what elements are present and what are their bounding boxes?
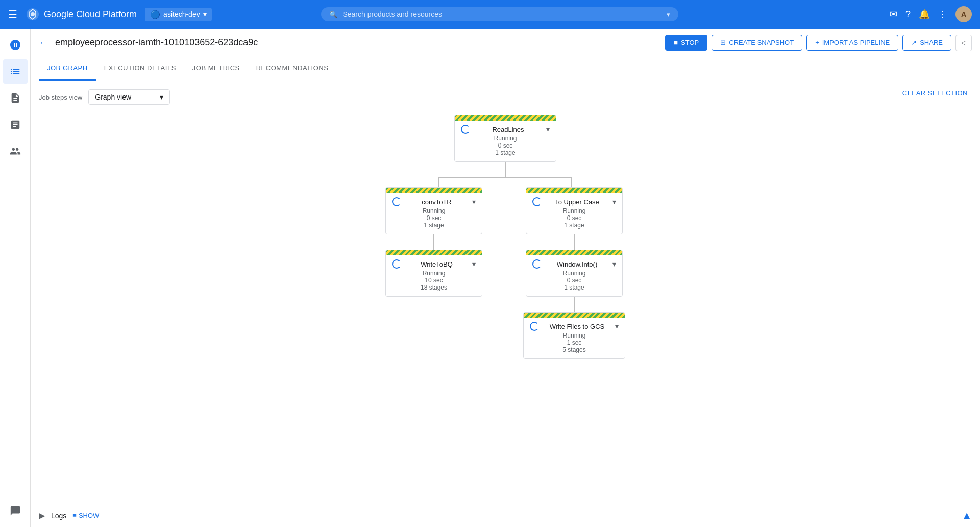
- tab-job-metrics[interactable]: JOB METRICS: [184, 57, 248, 81]
- snapshot-button[interactable]: ⊞ CREATE SNAPSHOT: [712, 35, 802, 51]
- stop-icon: ■: [674, 39, 678, 46]
- help-icon[interactable]: ?: [905, 9, 911, 20]
- logs-show-button[interactable]: ≡ SHOW: [72, 512, 99, 519]
- node-writetobq-spinner-icon: [392, 259, 401, 269]
- search-expand-icon[interactable]: ▾: [667, 11, 670, 18]
- project-selector[interactable]: 🔵 asitech-dev ▾: [145, 8, 212, 21]
- node-touppercase-spinner-icon: [532, 197, 542, 206]
- node-windowinto-status: Running: [532, 270, 616, 277]
- logs-expand-icon[interactable]: ▶: [39, 511, 45, 520]
- node-windowinto-spinner-icon: [532, 259, 542, 269]
- email-icon[interactable]: ✉: [890, 9, 897, 20]
- view-option-text: Graph view: [95, 93, 131, 101]
- snapshot-icon: ⊞: [720, 39, 726, 46]
- node-readlines-spinner-icon: [461, 125, 470, 134]
- node-convtotr-chevron-icon[interactable]: ▾: [472, 198, 476, 206]
- view-select-dropdown[interactable]: Graph view ▾: [88, 89, 170, 105]
- tab-job-graph[interactable]: JOB GRAPH: [39, 57, 96, 81]
- node-convtotr-stages: 1 stage: [392, 222, 476, 229]
- main-layout: ← employeeprocessor-iamth-1010103652-623…: [0, 29, 980, 527]
- logs-menu-icon: ≡: [72, 512, 77, 519]
- rail-icon-back[interactable]: [3, 33, 28, 57]
- node-readlines: ReadLines ▾ Running 0 sec 1 stage: [454, 115, 556, 162]
- node-writetobq-time: 10 sec: [392, 277, 476, 284]
- top-navigation: ☰ Google Cloud Platform 🔵 asitech-dev ▾ …: [0, 0, 980, 29]
- import-icon: +: [815, 39, 819, 46]
- node-windowinto-stages: 1 stage: [532, 284, 616, 291]
- node-writetobq-chevron-icon[interactable]: ▾: [472, 260, 476, 268]
- node-windowinto-time: 0 sec: [532, 277, 616, 284]
- action-buttons: ■ STOP ⊞ CREATE SNAPSHOT + IMPORT AS PIP…: [665, 35, 972, 51]
- node-writetobq-stages: 18 stages: [392, 284, 476, 291]
- logs-label: Logs: [51, 512, 66, 520]
- node-convtotr-header: [386, 188, 482, 193]
- tab-recommendations[interactable]: RECOMMENDATIONS: [248, 57, 337, 81]
- left-branch: convToTR ▾ Running 0 sec 1 stage: [385, 187, 482, 297]
- node-writetogcs-chevron-icon[interactable]: ▾: [615, 322, 619, 330]
- node-windowinto-chevron-icon[interactable]: ▾: [612, 260, 616, 268]
- node-writetogcs-time: 1 sec: [530, 339, 619, 346]
- view-controls: Job steps view Graph view ▾: [39, 89, 972, 105]
- node-writetogcs-spinner-icon: [530, 322, 539, 331]
- node-touppercase: To Upper Case ▾ Running 0 sec 1 stage: [526, 187, 623, 234]
- svg-point-1: [31, 12, 35, 16]
- split-connector: [378, 177, 633, 187]
- clear-selection-button[interactable]: CLEAR SELECTION: [902, 89, 968, 97]
- view-select-chevron-icon: ▾: [160, 93, 163, 101]
- node-readlines-name: ReadLines: [473, 126, 543, 133]
- node-readlines-chevron-icon[interactable]: ▾: [546, 125, 550, 133]
- connector-convtotr-writetobq: [433, 234, 434, 250]
- node-convtotr-name: convToTR: [404, 198, 469, 206]
- node-convtotr-status: Running: [392, 207, 476, 214]
- search-input[interactable]: [342, 10, 662, 18]
- stop-button[interactable]: ■ STOP: [665, 35, 707, 51]
- node-writetobq-header: [386, 250, 482, 255]
- project-name: asitech-dev: [163, 10, 200, 18]
- node-touppercase-chevron-icon[interactable]: ▾: [612, 198, 616, 206]
- node-readlines-stages: 1 stage: [461, 149, 550, 156]
- node-writetogcs-stages: 5 stages: [530, 346, 619, 353]
- node-windowinto-header: [526, 250, 622, 255]
- import-pipeline-button[interactable]: + IMPORT AS PIPELINE: [806, 35, 898, 51]
- back-button[interactable]: ←: [39, 37, 49, 49]
- tabs-bar: JOB GRAPH EXECUTION DETAILS JOB METRICS …: [31, 57, 980, 81]
- connector-windowinto-writetogcs: [574, 297, 575, 312]
- icon-rail: [0, 29, 31, 527]
- connector-readlines-to-split: [505, 162, 506, 177]
- node-convtotr: convToTR ▾ Running 0 sec 1 stage: [385, 187, 482, 234]
- node-readlines-time: 0 sec: [461, 142, 550, 149]
- share-icon: ↗: [911, 39, 917, 46]
- node-writetogcs-header: [524, 313, 625, 318]
- node-touppercase-stages: 1 stage: [532, 222, 616, 229]
- view-label: Job steps view: [39, 93, 82, 101]
- notifications-icon[interactable]: 🔔: [919, 9, 930, 20]
- search-bar[interactable]: 🔍 ▾: [321, 7, 678, 21]
- node-touppercase-time: 0 sec: [532, 214, 616, 222]
- brand-text: Google Cloud Platform: [44, 9, 137, 20]
- rail-icon-notes[interactable]: [3, 498, 28, 523]
- node-touppercase-name: To Upper Case: [545, 198, 609, 206]
- user-avatar[interactable]: A: [955, 6, 972, 22]
- collapse-panel-button[interactable]: ◁: [955, 35, 972, 51]
- rail-icon-doc2[interactable]: [3, 112, 28, 137]
- rail-icon-people[interactable]: [3, 139, 28, 163]
- rail-icon-list[interactable]: [3, 59, 28, 84]
- sub-header: ← employeeprocessor-iamth-1010103652-623…: [31, 29, 980, 57]
- right-branch: To Upper Case ▾ Running 0 sec 1 stage: [523, 187, 625, 359]
- project-dropdown-icon: ▾: [203, 10, 207, 18]
- node-touppercase-status: Running: [532, 207, 616, 214]
- share-button[interactable]: ↗ SHARE: [902, 35, 951, 51]
- node-readlines-header: [455, 115, 556, 121]
- rail-icon-document[interactable]: [3, 86, 28, 110]
- node-writetogcs-status: Running: [530, 332, 619, 339]
- node-convtotr-time: 0 sec: [392, 214, 476, 222]
- content-area: ← employeeprocessor-iamth-1010103652-623…: [31, 29, 980, 527]
- more-options-icon[interactable]: ⋮: [938, 9, 947, 20]
- node-writetobq-name: WriteToBQ: [404, 260, 469, 268]
- gcp-logo-icon: [26, 7, 40, 21]
- logs-collapse-icon[interactable]: ▲: [962, 510, 972, 521]
- node-writetobq: WriteToBQ ▾ Running 10 sec 18 stages: [385, 250, 482, 297]
- hamburger-icon[interactable]: ☰: [8, 8, 17, 20]
- tab-execution-details[interactable]: EXECUTION DETAILS: [96, 57, 184, 81]
- node-readlines-status: Running: [461, 135, 550, 142]
